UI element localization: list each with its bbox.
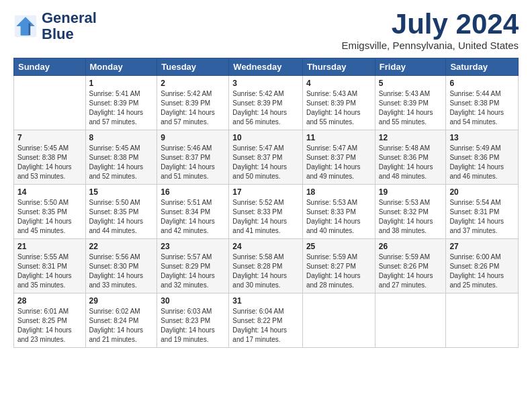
day-number: 29: [89, 296, 154, 306]
day-info: Sunrise: 5:57 AMSunset: 8:29 PMDaylight:…: [161, 253, 225, 290]
day-header-tuesday: Tuesday: [157, 58, 229, 76]
day-info: Sunrise: 5:56 AMSunset: 8:30 PMDaylight:…: [89, 253, 154, 290]
day-number: 9: [161, 133, 225, 142]
day-info: Sunrise: 5:59 AMSunset: 8:26 PMDaylight:…: [379, 253, 443, 290]
day-number: 28: [17, 296, 82, 306]
day-info: Sunrise: 5:42 AMSunset: 8:39 PMDaylight:…: [161, 89, 225, 127]
calendar-cell: [375, 293, 446, 348]
calendar-cell: 25Sunrise: 5:59 AMSunset: 8:27 PMDayligh…: [302, 239, 375, 293]
calendar-cell: [446, 293, 519, 348]
day-info: Sunrise: 5:45 AMSunset: 8:38 PMDaylight:…: [17, 144, 82, 181]
day-info: Sunrise: 5:55 AMSunset: 8:31 PMDaylight:…: [17, 253, 82, 290]
day-number: 8: [89, 133, 154, 142]
logo-icon: [13, 14, 38, 38]
day-info: Sunrise: 5:58 AMSunset: 8:28 PMDaylight:…: [232, 253, 299, 290]
day-info: Sunrise: 5:46 AMSunset: 8:37 PMDaylight:…: [161, 144, 225, 181]
day-info: Sunrise: 5:47 AMSunset: 8:37 PMDaylight:…: [306, 144, 371, 181]
calendar-cell: 22Sunrise: 5:56 AMSunset: 8:30 PMDayligh…: [85, 239, 157, 293]
day-number: 12: [379, 133, 443, 142]
day-number: 1: [89, 79, 154, 88]
logo-line2: Blue: [42, 26, 97, 42]
day-info: Sunrise: 5:53 AMSunset: 8:32 PMDaylight:…: [379, 198, 443, 236]
logo: General Blue: [13, 10, 97, 42]
day-info: Sunrise: 5:59 AMSunset: 8:27 PMDaylight:…: [306, 253, 371, 290]
calendar-header-row: SundayMondayTuesdayWednesdayThursdayFrid…: [14, 58, 519, 76]
day-number: 25: [306, 242, 371, 251]
day-number: 7: [17, 133, 82, 142]
calendar-cell: 13Sunrise: 5:49 AMSunset: 8:36 PMDayligh…: [446, 130, 519, 185]
calendar-week-4: 21Sunrise: 5:55 AMSunset: 8:31 PMDayligh…: [14, 239, 519, 293]
day-header-thursday: Thursday: [302, 58, 375, 76]
day-number: 18: [306, 187, 371, 197]
day-info: Sunrise: 5:43 AMSunset: 8:39 PMDaylight:…: [306, 89, 371, 127]
day-info: Sunrise: 5:49 AMSunset: 8:36 PMDaylight:…: [449, 144, 515, 181]
calendar-cell: 24Sunrise: 5:58 AMSunset: 8:28 PMDayligh…: [229, 239, 303, 293]
day-number: 22: [89, 242, 154, 251]
calendar-week-1: 1Sunrise: 5:41 AMSunset: 8:39 PMDaylight…: [14, 76, 519, 130]
day-info: Sunrise: 5:51 AMSunset: 8:34 PMDaylight:…: [161, 198, 225, 236]
day-number: 11: [306, 133, 371, 142]
calendar-cell: 4Sunrise: 5:43 AMSunset: 8:39 PMDaylight…: [302, 76, 375, 130]
day-info: Sunrise: 5:48 AMSunset: 8:36 PMDaylight:…: [379, 144, 443, 181]
day-info: Sunrise: 6:01 AMSunset: 8:25 PMDaylight:…: [17, 307, 82, 345]
location-title: Emigsville, Pennsylvania, United States: [342, 40, 519, 51]
day-number: 4: [306, 79, 371, 88]
calendar-cell: 6Sunrise: 5:44 AMSunset: 8:38 PMDaylight…: [446, 76, 519, 130]
day-number: 24: [232, 242, 299, 251]
day-number: 5: [379, 79, 443, 88]
calendar-cell: 30Sunrise: 6:03 AMSunset: 8:23 PMDayligh…: [157, 293, 229, 348]
day-number: 15: [89, 187, 154, 197]
day-number: 10: [232, 133, 299, 142]
calendar-cell: 11Sunrise: 5:47 AMSunset: 8:37 PMDayligh…: [302, 130, 375, 185]
day-number: 26: [379, 242, 443, 251]
day-info: Sunrise: 6:03 AMSunset: 8:23 PMDaylight:…: [161, 307, 225, 345]
day-info: Sunrise: 5:53 AMSunset: 8:33 PMDaylight:…: [306, 198, 371, 236]
day-number: 19: [379, 187, 443, 197]
day-info: Sunrise: 5:50 AMSunset: 8:35 PMDaylight:…: [89, 198, 154, 236]
day-header-friday: Friday: [375, 58, 446, 76]
day-number: 20: [449, 187, 515, 197]
calendar-cell: 3Sunrise: 5:42 AMSunset: 8:39 PMDaylight…: [229, 76, 303, 130]
day-number: 21: [17, 242, 82, 251]
day-info: Sunrise: 5:42 AMSunset: 8:39 PMDaylight:…: [232, 89, 299, 127]
day-number: 31: [232, 296, 299, 306]
calendar-cell: 9Sunrise: 5:46 AMSunset: 8:37 PMDaylight…: [157, 130, 229, 185]
day-info: Sunrise: 5:44 AMSunset: 8:38 PMDaylight:…: [449, 89, 515, 127]
calendar-cell: [14, 76, 86, 130]
calendar-cell: 14Sunrise: 5:50 AMSunset: 8:35 PMDayligh…: [14, 185, 86, 239]
day-number: 14: [17, 187, 82, 197]
day-info: Sunrise: 5:43 AMSunset: 8:39 PMDaylight:…: [379, 89, 443, 127]
day-number: 23: [161, 242, 225, 251]
day-number: 27: [449, 242, 515, 251]
month-title: July 2024: [342, 10, 519, 38]
day-header-wednesday: Wednesday: [229, 58, 303, 76]
day-info: Sunrise: 6:00 AMSunset: 8:26 PMDaylight:…: [449, 253, 515, 290]
calendar-cell: 26Sunrise: 5:59 AMSunset: 8:26 PMDayligh…: [375, 239, 446, 293]
calendar-cell: 21Sunrise: 5:55 AMSunset: 8:31 PMDayligh…: [14, 239, 86, 293]
calendar-cell: 15Sunrise: 5:50 AMSunset: 8:35 PMDayligh…: [85, 185, 157, 239]
calendar-week-2: 7Sunrise: 5:45 AMSunset: 8:38 PMDaylight…: [14, 130, 519, 185]
calendar-cell: 16Sunrise: 5:51 AMSunset: 8:34 PMDayligh…: [157, 185, 229, 239]
calendar-week-3: 14Sunrise: 5:50 AMSunset: 8:35 PMDayligh…: [14, 185, 519, 239]
day-header-monday: Monday: [85, 58, 157, 76]
calendar-cell: 19Sunrise: 5:53 AMSunset: 8:32 PMDayligh…: [375, 185, 446, 239]
day-number: 16: [161, 187, 225, 197]
day-number: 2: [161, 79, 225, 88]
calendar-cell: 8Sunrise: 5:45 AMSunset: 8:38 PMDaylight…: [85, 130, 157, 185]
day-info: Sunrise: 5:47 AMSunset: 8:37 PMDaylight:…: [232, 144, 299, 181]
calendar-cell: 31Sunrise: 6:04 AMSunset: 8:22 PMDayligh…: [229, 293, 303, 348]
calendar-cell: 7Sunrise: 5:45 AMSunset: 8:38 PMDaylight…: [14, 130, 86, 185]
day-number: 30: [161, 296, 225, 306]
calendar-cell: 20Sunrise: 5:54 AMSunset: 8:31 PMDayligh…: [446, 185, 519, 239]
day-info: Sunrise: 6:04 AMSunset: 8:22 PMDaylight:…: [232, 307, 299, 345]
day-info: Sunrise: 5:50 AMSunset: 8:35 PMDaylight:…: [17, 198, 82, 236]
calendar-cell: 5Sunrise: 5:43 AMSunset: 8:39 PMDaylight…: [375, 76, 446, 130]
day-info: Sunrise: 5:52 AMSunset: 8:33 PMDaylight:…: [232, 198, 299, 236]
day-info: Sunrise: 5:41 AMSunset: 8:39 PMDaylight:…: [89, 89, 154, 127]
page: General Blue July 2024 Emigsville, Penns…: [0, 0, 532, 355]
calendar-cell: 17Sunrise: 5:52 AMSunset: 8:33 PMDayligh…: [229, 185, 303, 239]
title-block: July 2024 Emigsville, Pennsylvania, Unit…: [342, 10, 519, 51]
logo-line1: General: [42, 10, 97, 26]
calendar-cell: 28Sunrise: 6:01 AMSunset: 8:25 PMDayligh…: [14, 293, 86, 348]
calendar-cell: 10Sunrise: 5:47 AMSunset: 8:37 PMDayligh…: [229, 130, 303, 185]
